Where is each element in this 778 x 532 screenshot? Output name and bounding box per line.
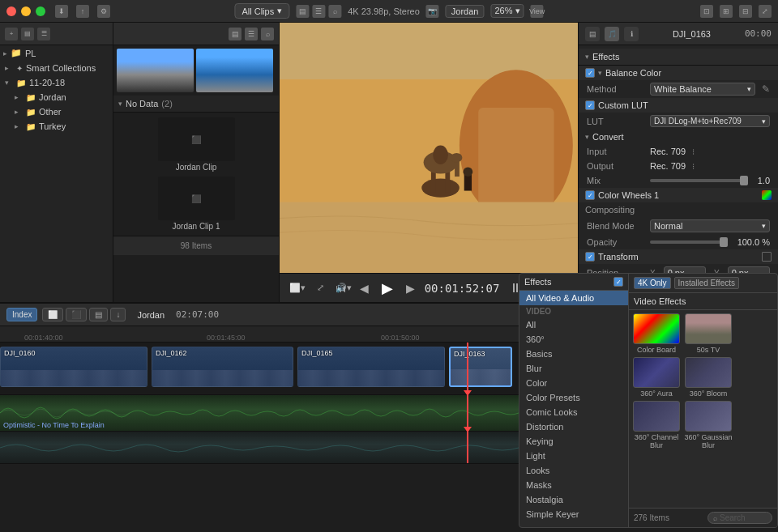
category-comic-looks[interactable]: Comic Looks [519,405,628,419]
category-basics[interactable]: Basics [519,347,628,361]
clip-thumb-mountain[interactable] [117,49,194,92]
search-icon[interactable]: ⌕ [328,5,341,18]
transform-btn[interactable]: ⤢ [314,281,327,295]
clip-block-dji0162[interactable]: DJI_0162 [152,347,293,387]
section-count: (2) [161,99,172,109]
step-back-btn[interactable]: ◀ [357,280,372,296]
sidebar-item-smart-collections[interactable]: ▸ ✦ Smart Collections [0,61,113,75]
minimize-button[interactable] [21,6,31,16]
clip-item-jordan1[interactable]: ⬛ Jordan Clip 1 [117,175,276,232]
category-blur[interactable]: Blur [519,361,628,376]
grid-icon[interactable]: ⊞ [720,5,733,18]
category-distortion[interactable]: Distortion [519,419,628,434]
category-all-video-audio[interactable]: All Video & Audio [519,291,628,305]
category-360[interactable]: 360° [519,332,628,347]
method-action-btn[interactable]: ✎ [762,83,770,95]
sidebar-item-turkey[interactable]: ▸ 📁 Turkey [0,119,113,134]
browser-search-icon[interactable]: ⌕ [261,28,274,40]
sidebar-item-jordan[interactable]: ▸ 📁 Jordan [0,90,113,104]
tl-clip-btn[interactable]: ⬜ [42,308,63,321]
lut-select[interactable]: DJI DLog-M+to+Rec709 ▾ [650,115,770,127]
effect-360-gaussian[interactable]: 360° Gaussian Blur [684,401,733,449]
effect-color-board[interactable]: Color Board [632,313,681,354]
transform-checkbox[interactable]: ✓ [585,252,595,262]
category-light[interactable]: Light [519,449,628,463]
layout-icon[interactable]: ⊟ [739,5,752,18]
4k-only-btn[interactable]: 4K Only [634,277,671,289]
clip-block-dji0165[interactable]: DJI_0165 [297,347,445,387]
playhead[interactable] [467,343,468,394]
tl-blade-btn[interactable]: ⬛ [66,308,87,321]
audio-playhead-2[interactable] [467,432,468,463]
tab-audio[interactable]: 🎵 [605,27,619,41]
audio-btn[interactable]: 🔊▾ [332,281,355,295]
tl-arrow-btn[interactable]: ↓ [110,308,126,321]
category-looks[interactable]: Looks [519,463,628,478]
clip-block-dji0160[interactable]: DJI_0160 [0,347,147,387]
share-icon[interactable]: ↑ [76,5,89,18]
blend-select[interactable]: Normal ▾ [650,219,770,232]
list-view-icon[interactable]: ☰ [312,5,325,18]
maximize-button[interactable] [36,6,45,16]
section-header-nodata[interactable]: ▾ No Data (2) [113,96,279,113]
effect-360-aura[interactable]: 360° Aura [632,357,681,398]
effects-search[interactable]: ⌕ Search [707,512,772,524]
index-button[interactable]: Index [6,308,37,321]
settings-icon[interactable]: ⚙ [97,5,110,18]
play-button[interactable]: ▶ [378,278,396,299]
tab-info[interactable]: ℹ [624,27,639,41]
category-masks[interactable]: Masks [519,478,628,492]
mix-slider[interactable] [650,179,748,182]
sidebar-list-btn[interactable]: ☰ [37,28,50,40]
library-header: ▸ 📁 PL [0,45,113,61]
fullscreen-icon[interactable]: ⤢ [759,5,772,18]
category-nostalgia[interactable]: Nostalgia [519,492,628,507]
sidebar-add-btn[interactable]: + [5,28,18,40]
output-stepper[interactable]: ⁝ [692,162,695,171]
video-effects-title: Video Effects [629,293,777,310]
color-wheels-checkbox[interactable]: ✓ [585,190,595,200]
location-tag[interactable]: Jordan [446,5,485,18]
category-color[interactable]: Color [519,376,628,390]
view-button[interactable]: View [531,5,544,18]
display-icon[interactable]: ⊡ [700,5,713,18]
tab-video[interactable]: ▤ [585,27,600,41]
browser-filter-icon[interactable]: ☰ [245,28,258,40]
effects-section[interactable]: ▾ Effects [579,49,778,66]
effect-50s-tv[interactable]: 50s TV [684,313,733,354]
category-simple-keyer[interactable]: Simple Keyer [519,507,628,521]
opacity-thumb[interactable] [720,237,728,247]
clip-thumb-ocean[interactable] [196,49,273,92]
effects-checkbox[interactable]: ✓ [613,277,623,287]
balance-color-checkbox[interactable]: ✓ [585,68,595,78]
step-fwd-btn[interactable]: ▶ [403,280,418,296]
tl-select-btn[interactable]: ▤ [89,308,108,321]
arrow-icon-jordan: ▸ [15,93,23,101]
clip-item-jordan[interactable]: ⬛ Jordan Clip [117,116,276,173]
import-icon[interactable]: ⬇ [55,5,68,18]
input-stepper[interactable]: ⁝ [692,147,695,156]
effect-360-channel-blur[interactable]: 360° Channel Blur [632,401,681,449]
inspector-panel: ▤ 🎵 ℹ DJI_0163 00:00 ▾ Effects ✓ ▾ Balan… [578,23,778,302]
audio-playhead[interactable] [467,395,468,431]
sidebar-item-date[interactable]: ▾ 📁 11-20-18 [0,75,113,90]
clip-block-dji0163[interactable]: DJI_0163 [449,347,512,387]
timeline-duration: 02:07:00 [176,309,219,320]
effect-360-bloom[interactable]: 360° Bloom [684,357,733,398]
mix-thumb[interactable] [740,176,748,185]
custom-lut-checkbox[interactable]: ✓ [585,100,595,110]
clip-selector[interactable]: All Clips ▾ [234,3,289,19]
opacity-slider[interactable] [650,240,728,244]
sidebar-grid-btn[interactable]: ▤ [21,28,34,40]
sidebar-item-other[interactable]: ▸ 📁 Other [0,104,113,119]
grid-view-icon[interactable]: ▤ [296,5,309,18]
installed-effects-btn[interactable]: Installed Effects [674,277,739,289]
category-keying[interactable]: Keying [519,434,628,449]
category-color-presets[interactable]: Color Presets [519,390,628,405]
category-all[interactable]: All [519,317,628,332]
method-select[interactable]: White Balance ▾ [650,83,755,96]
clip-view-btn[interactable]: ⬜▾ [286,281,309,295]
zoom-select[interactable]: 26% ▾ [490,4,524,18]
browser-view-icon[interactable]: ▤ [229,28,242,40]
close-button[interactable] [6,6,16,16]
